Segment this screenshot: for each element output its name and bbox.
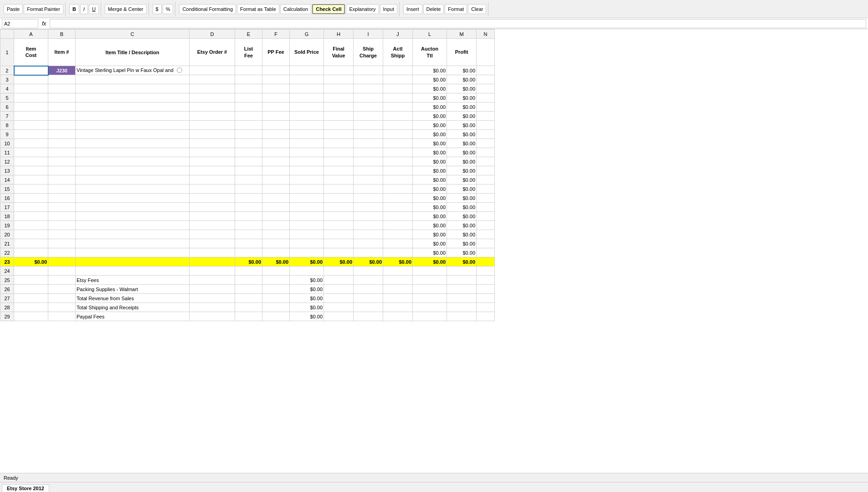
cell-l2[interactable]: $0.00 — [413, 66, 447, 75]
total-i[interactable]: $0.00 — [354, 257, 383, 266]
col-n-header[interactable]: N — [477, 30, 495, 39]
total-d[interactable] — [190, 257, 235, 266]
fx-icon: fx — [40, 20, 48, 27]
conditional-format-button[interactable]: Conditional Formatting — [179, 4, 236, 14]
data-row-28: 28 Total Shipping and Receipts $0.00 — [0, 303, 495, 312]
cursor-icon — [177, 67, 182, 73]
col-j-header[interactable]: J — [383, 30, 413, 39]
cell-j2[interactable] — [383, 66, 413, 75]
row-1-header: 1 — [0, 39, 14, 66]
calculation-button[interactable]: Calculation — [280, 4, 311, 14]
col-h-header[interactable]: H — [324, 30, 354, 39]
data-row-7: 7$0.00$0.00 — [0, 112, 495, 121]
total-c[interactable] — [76, 257, 190, 266]
header-final-value[interactable]: FinalValue — [324, 39, 354, 66]
total-h[interactable]: $0.00 — [324, 257, 354, 266]
header-item-num[interactable]: Item # — [48, 39, 76, 66]
col-c-header[interactable]: C — [76, 30, 190, 39]
header-item-title[interactable]: Item Title / Description — [76, 39, 190, 66]
total-j[interactable]: $0.00 — [383, 257, 413, 266]
delete-button[interactable]: Delete — [423, 4, 444, 14]
merge-center-button[interactable]: Merge & Center — [105, 4, 147, 14]
header-sold-price[interactable]: Sold Price — [290, 39, 324, 66]
percent-button[interactable]: % — [163, 4, 174, 14]
cell-b2[interactable]: J230 — [48, 66, 76, 75]
data-row-25: 25 Etsy Fees $0.00 — [0, 276, 495, 285]
paypal-fees-label[interactable]: Paypal Fees — [76, 312, 190, 321]
data-row-14: 14$0.00$0.00 — [0, 175, 495, 184]
total-g[interactable]: $0.00 — [290, 257, 324, 266]
data-row-26: 26 Packing Supplies - Walmart $0.00 — [0, 285, 495, 294]
data-row-27: 27 Total Revenue from Sales $0.00 — [0, 294, 495, 303]
col-f-header[interactable]: F — [262, 30, 290, 39]
header-list-fee[interactable]: ListFee — [235, 39, 262, 66]
header-auction-ttl[interactable]: AuctonTtl — [413, 39, 447, 66]
format-button[interactable]: Format — [445, 4, 467, 14]
col-e-header[interactable]: E — [235, 30, 262, 39]
paste-button[interactable]: Paste — [4, 4, 23, 14]
col-m-header[interactable]: M — [447, 30, 477, 39]
cell-f2[interactable] — [262, 66, 290, 75]
cell-h2[interactable] — [324, 66, 354, 75]
cell-d2[interactable] — [190, 66, 235, 75]
total-a[interactable]: $0.00 — [14, 257, 48, 266]
header-profit[interactable]: Profit — [447, 39, 477, 66]
name-box[interactable] — [2, 19, 38, 28]
packing-supplies-value[interactable]: $0.00 — [290, 285, 324, 294]
header-item-cost[interactable]: ItemCost — [14, 39, 48, 66]
total-row-23: 23 $0.00 $0.00 $0.00 $0.00 $0.00 $0.00 $… — [0, 257, 495, 266]
cell-c2[interactable]: Vintage Sterling Lapel Pin w Faux Opal a… — [76, 66, 190, 75]
col-a-header[interactable]: A — [14, 30, 48, 39]
total-revenue-label[interactable]: Total Revenue from Sales — [76, 294, 190, 303]
input-button[interactable]: Input — [380, 4, 397, 14]
sheet-tab[interactable]: Etsy Store 2012 — [2, 484, 49, 492]
total-e[interactable]: $0.00 — [235, 257, 262, 266]
total-m[interactable]: $0.00 — [447, 257, 477, 266]
total-l[interactable]: $0.00 — [413, 257, 447, 266]
data-row-17: 17$0.00$0.00 — [0, 203, 495, 212]
cell-n2 — [477, 66, 495, 75]
format-painter-button[interactable]: Format Painter — [24, 4, 63, 14]
packing-supplies-label[interactable]: Packing Supplies - Walmart — [76, 285, 190, 294]
data-row-11: 11$0.00$0.00 — [0, 148, 495, 157]
data-row-10: 10$0.00$0.00 — [0, 139, 495, 148]
data-row-24: 24 — [0, 266, 495, 276]
bold-button[interactable]: B — [69, 4, 79, 14]
currency-button[interactable]: $ — [153, 4, 162, 14]
etsy-fees-label[interactable]: Etsy Fees — [76, 276, 190, 285]
insert-button[interactable]: Insert — [403, 4, 422, 14]
data-row-18: 18$0.00$0.00 — [0, 212, 495, 221]
total-shipping-label[interactable]: Total Shipping and Receipts — [76, 303, 190, 312]
col-g-header[interactable]: G — [290, 30, 324, 39]
data-row-2: 2 J230 Vintage Sterling Lapel Pin w Faux… — [0, 66, 495, 75]
header-ship-charge[interactable]: ShipCharge — [354, 39, 383, 66]
total-n — [477, 257, 495, 266]
cell-m2[interactable]: $0.00 — [447, 66, 477, 75]
cell-e2[interactable] — [235, 66, 262, 75]
paypal-fees-value[interactable]: $0.00 — [290, 312, 324, 321]
total-b[interactable] — [48, 257, 76, 266]
explanatory-button[interactable]: Explanatory — [346, 4, 379, 14]
cell-g2[interactable] — [290, 66, 324, 75]
col-d-header[interactable]: D — [190, 30, 235, 39]
col-l-header[interactable]: L — [413, 30, 447, 39]
etsy-fees-value[interactable]: $0.00 — [290, 276, 324, 285]
total-f[interactable]: $0.00 — [262, 257, 290, 266]
header-pp-fee[interactable]: PP Fee — [262, 39, 290, 66]
check-cell-button[interactable]: Check Cell — [312, 4, 345, 14]
header-etsy-order[interactable]: Etsy Order # — [190, 39, 235, 66]
cell-i2[interactable] — [354, 66, 383, 75]
data-row-29: 29 Paypal Fees $0.00 — [0, 312, 495, 321]
clear-button[interactable]: Clear — [468, 4, 486, 14]
italic-button[interactable]: I — [80, 4, 88, 14]
cell-a2[interactable] — [14, 66, 48, 75]
col-i-header[interactable]: I — [354, 30, 383, 39]
col-b-header[interactable]: B — [48, 30, 76, 39]
formula-input[interactable] — [50, 19, 866, 28]
total-shipping-value[interactable]: $0.00 — [290, 303, 324, 312]
header-actl-shipp[interactable]: ActlShipp — [383, 39, 413, 66]
format-as-table-button[interactable]: Format as Table — [237, 4, 279, 14]
data-row-3: 3$0.00$0.00 — [0, 75, 495, 84]
underline-button[interactable]: U — [89, 4, 99, 14]
total-revenue-value[interactable]: $0.00 — [290, 294, 324, 303]
